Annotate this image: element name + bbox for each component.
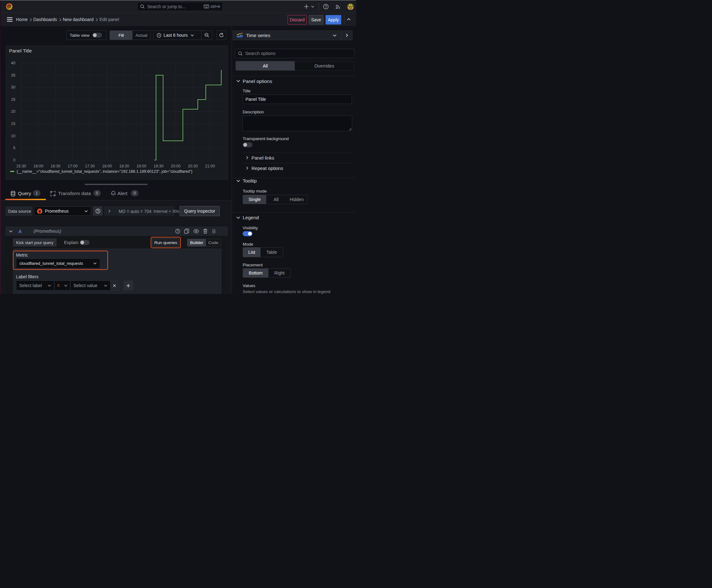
svg-text:{__name__="cloudflared_tunnel_: {__name__="cloudflared_tunnel_total_requ… xyxy=(17,169,192,174)
svg-text:0: 0 xyxy=(13,158,15,162)
svg-text:15:30: 15:30 xyxy=(16,164,26,168)
svg-text:10: 10 xyxy=(11,134,15,138)
svg-text:35: 35 xyxy=(11,73,15,78)
svg-text:18:30: 18:30 xyxy=(119,164,129,168)
svg-text:15: 15 xyxy=(11,122,15,126)
svg-text:19:00: 19:00 xyxy=(136,164,146,168)
svg-text:17:30: 17:30 xyxy=(85,164,95,168)
svg-text:17:00: 17:00 xyxy=(68,164,78,168)
svg-text:20: 20 xyxy=(11,109,15,114)
svg-text:20:30: 20:30 xyxy=(188,164,198,168)
svg-text:20:00: 20:00 xyxy=(171,164,180,168)
svg-text:18:00: 18:00 xyxy=(102,164,112,168)
svg-text:25: 25 xyxy=(11,97,15,102)
svg-text:16:00: 16:00 xyxy=(34,164,43,168)
svg-text:30: 30 xyxy=(11,85,15,89)
svg-text:16:30: 16:30 xyxy=(50,164,60,168)
svg-text:5: 5 xyxy=(13,146,15,150)
svg-text:19:30: 19:30 xyxy=(153,164,163,168)
svg-text:21:00: 21:00 xyxy=(205,164,215,168)
svg-text:40: 40 xyxy=(11,61,15,65)
